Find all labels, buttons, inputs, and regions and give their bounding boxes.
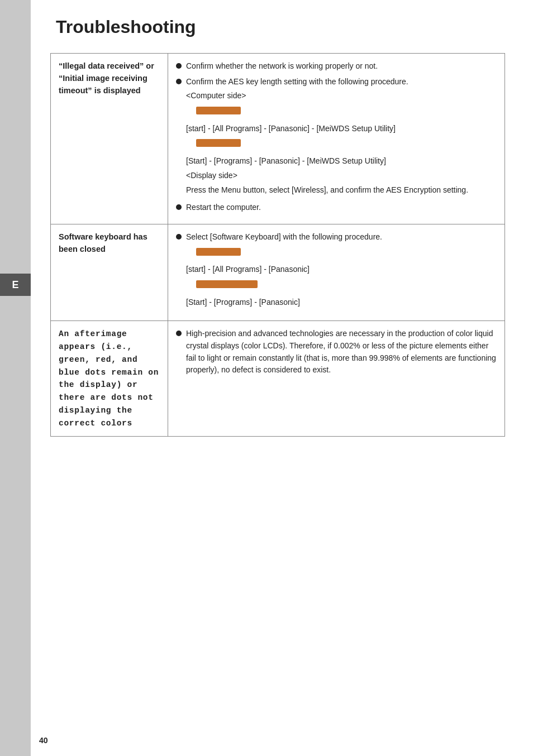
issue-text: An afterimage appears (i.e., green, red,… bbox=[59, 329, 159, 427]
redacted-area bbox=[196, 246, 497, 262]
sidebar-label: E bbox=[0, 274, 31, 296]
bullet-item: Confirm whether the network is working p… bbox=[176, 60, 497, 73]
bullet-text: High-precision and advanced technologies… bbox=[186, 328, 497, 376]
redacted-image bbox=[196, 139, 241, 147]
solution-sub: [start] - [All Programs] - [Panasonic] bbox=[186, 264, 497, 276]
table-row: An afterimage appears (i.e., green, red,… bbox=[51, 321, 505, 437]
issue-cell-illegal-data: “Illegal data received” or “Initial imag… bbox=[51, 54, 168, 224]
issue-cell-afterimage: An afterimage appears (i.e., green, red,… bbox=[51, 321, 168, 437]
redacted-image bbox=[196, 248, 241, 256]
bullet-dot-icon bbox=[176, 331, 182, 336]
table-row: “Illegal data received” or “Initial imag… bbox=[51, 54, 505, 224]
bullet-text: Select [Software Keyboard] with the foll… bbox=[186, 231, 497, 310]
redacted-area bbox=[196, 104, 497, 121]
page-number: 40 bbox=[39, 736, 48, 745]
solution-cell-afterimage: High-precision and advanced technologies… bbox=[168, 321, 505, 437]
solution-sub: <Display side> bbox=[186, 170, 497, 182]
page-title: Troubleshooting bbox=[50, 17, 505, 37]
bullet-text: Confirm whether the network is working p… bbox=[186, 60, 497, 73]
bullet-dot-icon bbox=[176, 63, 182, 69]
redacted-image bbox=[196, 107, 241, 114]
redacted-area bbox=[196, 278, 497, 294]
bullet-item: Confirm the AES key length setting with … bbox=[176, 76, 497, 199]
bullet-dot-icon bbox=[176, 79, 182, 84]
issue-text: “Illegal data received” or “Initial imag… bbox=[59, 61, 154, 95]
issue-text: Software keyboard has been closed bbox=[59, 232, 147, 253]
page-container: E Troubleshooting “Illegal data received… bbox=[0, 0, 533, 756]
bullet-item: Select [Software Keyboard] with the foll… bbox=[176, 231, 497, 310]
solution-sub: [start] - [All Programs] - [Panasonic] -… bbox=[186, 123, 497, 135]
solution-sub: [Start] - [Programs] - [Panasonic] - [Me… bbox=[186, 155, 497, 168]
solution-sub: Select [Software Keyboard] with the foll… bbox=[186, 231, 497, 243]
sidebar-bar: E bbox=[0, 0, 31, 756]
solution-sub: Confirm the AES key length setting with … bbox=[186, 76, 497, 88]
solution-cell-illegal-data: Confirm whether the network is working p… bbox=[168, 54, 505, 224]
table-row: Software keyboard has been closed Select… bbox=[51, 224, 505, 320]
redacted-area bbox=[196, 137, 497, 153]
bullet-item: Restart the computer. bbox=[176, 202, 497, 214]
bullet-dot-icon bbox=[176, 234, 182, 240]
bullet-item: High-precision and advanced technologies… bbox=[176, 328, 497, 376]
solution-sub: <Computer side> bbox=[186, 90, 497, 102]
bullet-dot-icon bbox=[176, 204, 182, 210]
troubleshooting-table: “Illegal data received” or “Initial imag… bbox=[50, 53, 505, 437]
bullet-text: Confirm the AES key length setting with … bbox=[186, 76, 497, 199]
solution-sub: Press the Menu button, select [Wireless]… bbox=[186, 184, 497, 197]
issue-cell-software-keyboard: Software keyboard has been closed bbox=[51, 224, 168, 320]
solution-sub: [Start] - [Programs] - [Panasonic] bbox=[186, 296, 497, 309]
bullet-text: Restart the computer. bbox=[186, 202, 497, 214]
redacted-image bbox=[196, 280, 258, 288]
solution-cell-software-keyboard: Select [Software Keyboard] with the foll… bbox=[168, 224, 505, 320]
